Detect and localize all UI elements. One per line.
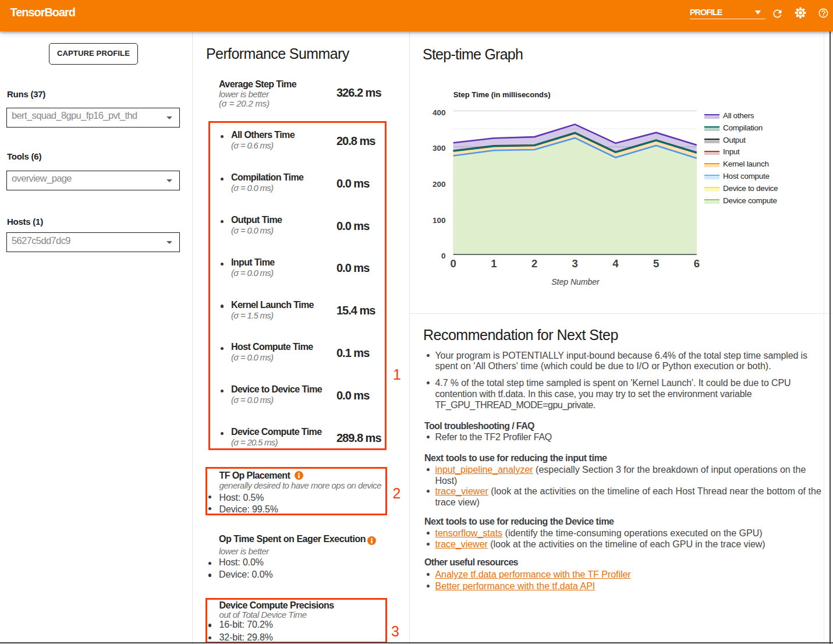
- svg-text:100: 100: [433, 216, 446, 225]
- svg-text:400: 400: [433, 108, 446, 117]
- svg-text:300: 300: [433, 144, 446, 153]
- svg-text:Step Time (in milliseconds): Step Time (in milliseconds): [453, 90, 551, 99]
- svg-text:1: 1: [491, 257, 497, 270]
- svg-text:0: 0: [451, 257, 456, 270]
- svg-text:6: 6: [694, 257, 700, 270]
- svg-text:Step Number: Step Number: [551, 277, 600, 286]
- svg-text:3: 3: [572, 257, 578, 270]
- svg-text:2: 2: [531, 257, 537, 270]
- svg-text:0: 0: [441, 252, 446, 260]
- svg-text:200: 200: [433, 180, 446, 189]
- svg-text:5: 5: [653, 257, 659, 270]
- svg-text:4: 4: [612, 257, 619, 270]
